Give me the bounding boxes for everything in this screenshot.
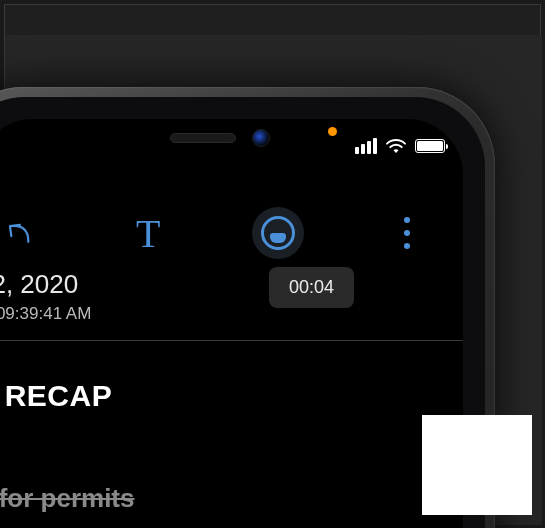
record-icon (261, 216, 295, 250)
undo-icon (3, 217, 35, 249)
undo-button[interactable] (0, 207, 45, 259)
phone-body: T 22, 2020 (0, 87, 495, 528)
wifi-icon (385, 138, 407, 154)
speaker-grille (170, 133, 236, 143)
editor-toolbar: T (0, 205, 463, 261)
photo-area: T 22, 2020 (5, 35, 542, 525)
text-format-button[interactable]: T (122, 207, 174, 259)
text-format-icon: T (136, 210, 160, 257)
more-icon (404, 217, 410, 249)
note-date: 22, 2020 (0, 269, 463, 300)
image-frame: T 22, 2020 (4, 4, 541, 524)
phone-screen: T 22, 2020 (0, 119, 463, 528)
more-button[interactable] (381, 207, 433, 259)
phone-bezel: T 22, 2020 (0, 97, 485, 528)
status-bar (355, 129, 445, 163)
note-timestamp: at 09:39:41 AM (0, 304, 463, 324)
overlay-box (422, 415, 532, 515)
cellular-signal-icon (355, 138, 377, 154)
record-button[interactable] (252, 207, 304, 259)
battery-icon (415, 139, 445, 153)
recording-indicator-dot (328, 127, 337, 136)
divider (0, 340, 463, 341)
recording-timer: 00:04 (269, 267, 354, 308)
note-content: 22, 2020 at 09:39:41 AM 00:04 T RECAP y … (0, 269, 463, 528)
notch (95, 119, 345, 157)
note-line-1[interactable]: y for permits (0, 483, 463, 514)
note-title[interactable]: T RECAP (0, 379, 463, 413)
front-camera (252, 129, 270, 147)
